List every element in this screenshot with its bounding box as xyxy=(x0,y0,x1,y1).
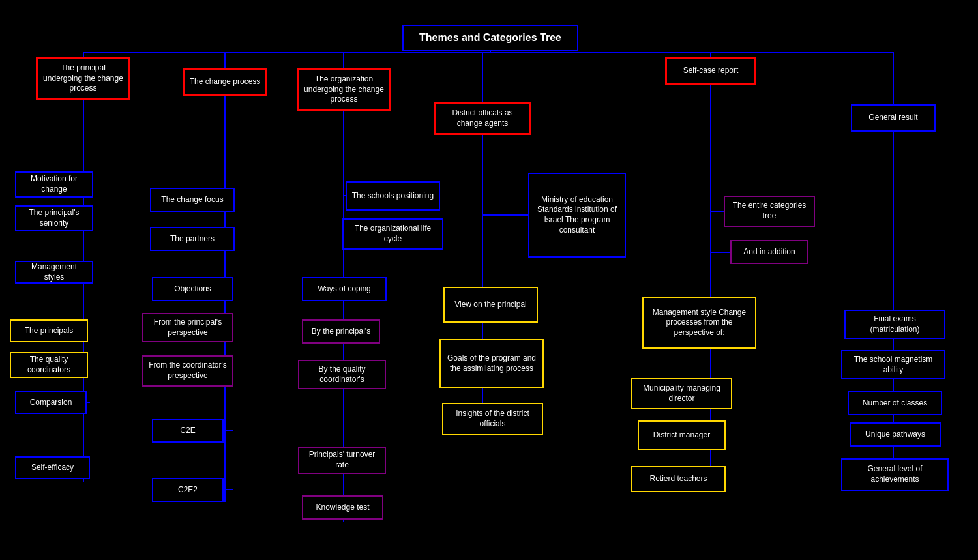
comparison-node: Comparsion xyxy=(15,391,87,414)
quality-coordinators-node: The quality coordinators xyxy=(10,352,88,378)
tree-container: Themes and Categories Tree The principal… xyxy=(0,0,978,560)
seniority-node: The principal's seniority xyxy=(15,205,93,231)
district-manager-node: District manager xyxy=(638,420,726,450)
principal-change-node: The principal undergoing the change proc… xyxy=(36,57,130,100)
connector-lines xyxy=(0,0,978,560)
partners-node: The partners xyxy=(150,227,235,251)
general-achievements-node: General level of achievements xyxy=(841,458,949,491)
by-principals-node: By the principal's xyxy=(302,319,380,344)
change-process-node: The change process xyxy=(183,68,267,96)
coordinator-perspective-node: From the coordinator's prespective xyxy=(142,355,233,387)
ways-coping-node: Ways of coping xyxy=(302,277,387,301)
mgmt-style-change-node: Management style Change processes from t… xyxy=(642,297,756,349)
self-case-node: Self-case report xyxy=(665,57,756,85)
schools-positioning-node: The schools positioning xyxy=(346,181,440,211)
insights-node: Insights of the district officials xyxy=(442,403,543,435)
entire-categories-node: The entire categories tree xyxy=(724,196,815,227)
view-principal-node: View on the principal xyxy=(443,287,538,323)
by-quality-node: By the quality coordinator's xyxy=(298,360,386,389)
school-magnetism-node: The school magnetism ability xyxy=(841,350,945,379)
org-change-node: The organization undergoing the change p… xyxy=(297,68,391,111)
district-officials-node: District officals as change agents xyxy=(434,102,531,135)
mgmt-styles-node: Management styles xyxy=(15,261,93,284)
final-exams-node: Final exams (matriculation) xyxy=(844,310,945,339)
municipality-node: Municipality managing director xyxy=(631,378,732,409)
and-addition-node: And in addition xyxy=(730,240,808,264)
knowledge-test-node: Knowledge test xyxy=(302,495,383,520)
principals-node: The principals xyxy=(10,319,88,342)
c2e2-node: C2E2 xyxy=(152,478,224,502)
unique-pathways-node: Unique pathways xyxy=(850,422,941,447)
change-focus-node: The change focus xyxy=(150,188,235,212)
principal-perspective-node: From the principal's perspective xyxy=(142,313,233,342)
self-efficacy-node: Self-efficacy xyxy=(15,456,90,479)
retired-teachers-node: Retierd teachers xyxy=(631,466,726,492)
org-lifecycle-node: The organizational life cycle xyxy=(342,218,443,250)
c2e-node: C2E xyxy=(152,419,224,443)
principals-turnover-node: Principals' turnover rate xyxy=(298,447,386,474)
goals-program-node: Goals of the program and the assimilatin… xyxy=(439,339,544,388)
num-classes-node: Number of classes xyxy=(848,391,942,415)
objections-node: Objections xyxy=(152,277,233,301)
motivation-node: Motivation for change xyxy=(15,171,93,198)
title-node: Themes and Categories Tree xyxy=(402,25,578,51)
ministry-node: Ministry of education Standards institut… xyxy=(528,173,626,258)
general-result-node: General result xyxy=(851,104,936,132)
